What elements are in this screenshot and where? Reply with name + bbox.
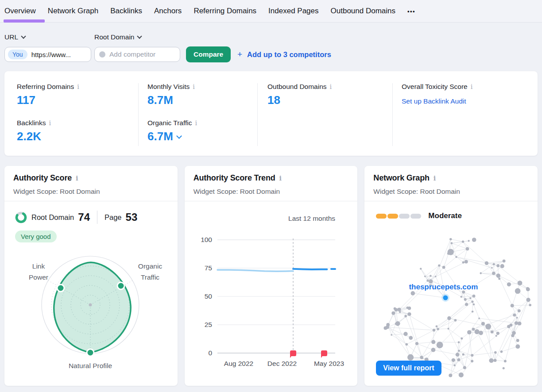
tab-referring-domains[interactable]: Referring Domains bbox=[194, 7, 256, 15]
y-tick: 100 bbox=[201, 236, 212, 243]
metric-value[interactable]: 18 bbox=[267, 93, 392, 107]
info-icon[interactable]: i bbox=[471, 83, 473, 90]
tab-outbound-domains[interactable]: Outbound Domains bbox=[331, 7, 395, 15]
url-scope-select[interactable]: URL bbox=[4, 33, 25, 41]
x-tick: Dec 2022 bbox=[267, 360, 296, 367]
add-competitor-field[interactable] bbox=[94, 47, 180, 62]
metric-label: Backlinks bbox=[17, 119, 46, 127]
toxicity-level-row: Moderate bbox=[376, 211, 538, 220]
your-domain-value: https://www... bbox=[31, 51, 71, 58]
card-title: Network Graph bbox=[373, 173, 429, 183]
metric-label: Monthly Visits bbox=[147, 83, 190, 91]
competitor-scope-label: Root Domain bbox=[94, 33, 134, 41]
add-competitors-label: Add up to 3 competitors bbox=[247, 50, 331, 59]
chevron-down-icon bbox=[137, 34, 142, 38]
tab-anchors[interactable]: Anchors bbox=[154, 7, 182, 15]
authority-radar-chart: Link Power Organic Traffic Natural Profi… bbox=[4, 201, 178, 386]
info-icon[interactable]: i bbox=[279, 174, 282, 182]
metric-value[interactable]: 8.7M bbox=[147, 93, 257, 107]
info-icon[interactable]: i bbox=[434, 174, 436, 182]
range-label: Last 12 months bbox=[288, 215, 335, 222]
more-tabs-icon[interactable]: ••• bbox=[407, 8, 415, 15]
tab-indexed-pages[interactable]: Indexed Pages bbox=[268, 7, 318, 15]
your-domain-input[interactable]: You https://www... bbox=[4, 47, 91, 62]
chevron-down-icon[interactable] bbox=[176, 133, 182, 139]
info-icon[interactable]: i bbox=[49, 119, 51, 127]
widgets-row: Authority Scorei Widget Scope: Root Doma… bbox=[4, 166, 538, 386]
y-tick: 0 bbox=[208, 349, 212, 357]
info-icon[interactable]: i bbox=[76, 174, 78, 182]
metric-label: Referring Domains bbox=[17, 83, 74, 91]
metric-outbound-domains: Outbound Domainsi 18 bbox=[267, 83, 392, 107]
card-header: Authority Scorei Widget Scope: Root Doma… bbox=[4, 166, 178, 201]
you-badge: You bbox=[8, 50, 27, 59]
central-domain-label[interactable]: thesprucepets.com bbox=[364, 283, 522, 292]
report-tabbar: Overview Network Graph Backlinks Anchors… bbox=[0, 0, 542, 23]
metric-monthly-visits: Monthly Visitsi 8.7M bbox=[147, 83, 257, 107]
info-icon[interactable]: i bbox=[330, 83, 332, 90]
card-header: Network Graphi Widget Scope: Root Domain bbox=[364, 166, 538, 201]
metric-value[interactable]: 117 bbox=[17, 93, 138, 107]
x-tick: May 2023 bbox=[314, 360, 344, 367]
widget-scope: Widget Scope: Root Domain bbox=[373, 188, 529, 196]
y-tick: 50 bbox=[204, 292, 212, 300]
axis-label-organic-traffic: Organic Traffic bbox=[135, 261, 166, 283]
metric-organic-traffic: Organic Traffici 6.7M bbox=[147, 119, 257, 143]
metrics-column-1: Referring Domainsi 117 Backlinksi 2.2K bbox=[4, 71, 138, 156]
trend-series bbox=[217, 269, 335, 271]
authority-trend-chart: Last 12 months 100 75 50 25 0 Aug 2022 D… bbox=[185, 201, 358, 386]
radar-point-organic-traffic bbox=[117, 282, 124, 289]
competitor-scope-select[interactable]: Root Domain bbox=[94, 33, 141, 41]
y-tick: 25 bbox=[204, 321, 212, 328]
note-flags[interactable] bbox=[290, 350, 327, 358]
level-label: Moderate bbox=[428, 211, 462, 220]
metrics-summary-card: Referring Domainsi 117 Backlinksi 2.2K M… bbox=[4, 71, 538, 156]
authority-score-card: Authority Scorei Widget Scope: Root Doma… bbox=[4, 166, 178, 386]
metrics-column-2: Monthly Visitsi 8.7M Organic Traffici 6.… bbox=[139, 71, 257, 156]
metric-label: Outbound Domains bbox=[267, 83, 327, 91]
radar-area bbox=[54, 262, 131, 353]
radar-point-link-power bbox=[57, 284, 64, 292]
trend-svg: Last 12 months 100 75 50 25 0 Aug 2022 D… bbox=[185, 201, 357, 386]
metric-value[interactable]: 6.7M bbox=[147, 130, 257, 143]
metric-toxicity: Overall Toxicity Scorei Set up Backlink … bbox=[402, 83, 538, 105]
card-header: Authority Score Trendi Widget Scope: Roo… bbox=[185, 166, 358, 201]
widget-scope: Widget Scope: Root Domain bbox=[13, 188, 169, 196]
x-tick: Aug 2022 bbox=[224, 360, 253, 367]
tab-network-graph[interactable]: Network Graph bbox=[48, 7, 98, 15]
level-segment-empty bbox=[399, 214, 410, 219]
metric-label: Organic Traffic bbox=[147, 119, 192, 127]
metrics-column-3: Outbound Domainsi 18 bbox=[258, 71, 392, 156]
setup-backlink-audit-link[interactable]: Set up Backlink Audit bbox=[402, 97, 538, 105]
info-icon[interactable]: i bbox=[193, 83, 195, 90]
chevron-down-icon bbox=[21, 34, 26, 38]
level-segment-empty bbox=[410, 214, 421, 219]
radar-point-natural-profile bbox=[87, 349, 94, 356]
tab-overview[interactable]: Overview bbox=[4, 7, 36, 15]
add-competitor-input[interactable] bbox=[109, 50, 176, 58]
y-tick: 75 bbox=[204, 264, 212, 272]
metrics-column-4: Overall Toxicity Scorei Set up Backlink … bbox=[393, 71, 538, 156]
axis-label-natural-profile: Natural Profile bbox=[55, 361, 126, 372]
metric-backlinks: Backlinksi 2.2K bbox=[17, 119, 138, 143]
active-tab-indicator bbox=[4, 19, 45, 23]
metric-label: Overall Toxicity Score bbox=[402, 83, 468, 91]
central-domain-node bbox=[443, 296, 448, 300]
tab-backlinks[interactable]: Backlinks bbox=[110, 7, 142, 15]
authority-score-trend-card: Authority Score Trendi Widget Scope: Roo… bbox=[185, 166, 358, 386]
info-icon[interactable]: i bbox=[195, 119, 197, 127]
metric-value[interactable]: 2.2K bbox=[17, 130, 138, 143]
info-icon[interactable]: i bbox=[77, 83, 79, 90]
add-competitors-link[interactable]: + Add up to 3 competitors bbox=[237, 50, 331, 59]
card-title: Authority Score bbox=[13, 173, 72, 183]
view-full-report-button[interactable]: View full report bbox=[376, 361, 441, 376]
compare-button[interactable]: Compare bbox=[186, 46, 231, 62]
level-segment-filled bbox=[376, 214, 387, 219]
backlink-analytics-page: Overview Network Graph Backlinks Anchors… bbox=[0, 0, 542, 392]
level-segment-filled bbox=[387, 214, 398, 219]
axis-label-link-power: Link Power bbox=[24, 261, 53, 283]
plus-icon: + bbox=[237, 50, 242, 59]
url-scope-label: URL bbox=[4, 33, 18, 41]
card-title: Authority Score Trend bbox=[194, 173, 275, 183]
widget-scope: Widget Scope: Root Domain bbox=[194, 188, 349, 196]
